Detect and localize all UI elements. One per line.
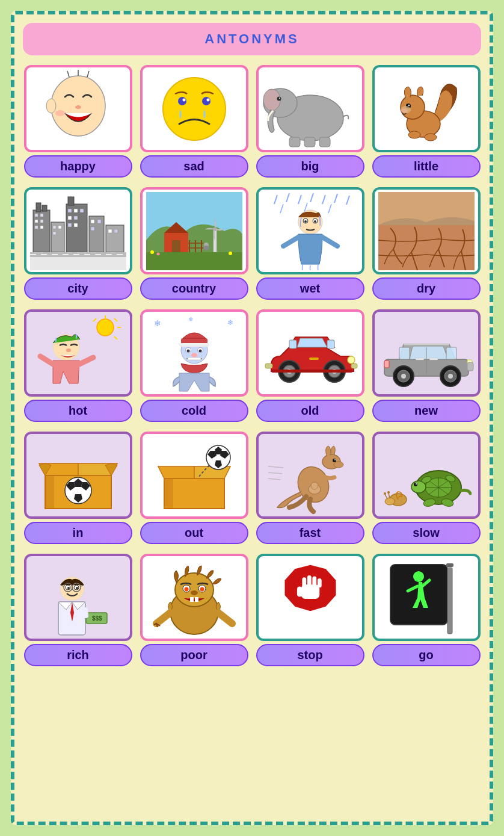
row-1: happy — [23, 65, 481, 178]
svg-rect-119 — [327, 340, 334, 348]
page-title: ANTONYMS — [204, 31, 300, 46]
svg-rect-31 — [42, 205, 47, 211]
svg-line-105 — [79, 358, 93, 364]
svg-line-181 — [385, 494, 387, 499]
svg-rect-222 — [446, 563, 453, 567]
cards-container: happy — [23, 65, 481, 667]
main-container: ANTONYMS — [11, 11, 493, 825]
svg-point-204 — [200, 587, 204, 591]
svg-point-180 — [385, 498, 395, 505]
svg-rect-221 — [447, 568, 452, 634]
label-slow: slow — [372, 522, 481, 544]
svg-rect-212 — [297, 586, 302, 596]
svg-rect-49 — [68, 223, 72, 227]
card-big: big — [255, 65, 365, 178]
svg-rect-46 — [80, 209, 84, 212]
svg-line-83 — [346, 196, 349, 205]
label-old: old — [256, 400, 364, 422]
svg-rect-140 — [384, 361, 389, 368]
svg-point-139 — [448, 374, 453, 379]
image-in — [24, 432, 132, 519]
svg-rect-18 — [304, 137, 315, 147]
svg-line-104 — [40, 356, 53, 364]
label-city: city — [24, 277, 132, 300]
svg-text:$$$: $$$ — [92, 615, 102, 622]
svg-text:❄: ❄ — [227, 318, 233, 327]
card-poor: poor — [139, 554, 249, 666]
image-hot — [24, 309, 132, 397]
svg-point-173 — [414, 483, 417, 486]
svg-point-96 — [97, 319, 114, 336]
label-rich: rich — [24, 644, 132, 666]
svg-line-93 — [322, 237, 337, 246]
card-stop: stop — [255, 554, 365, 666]
svg-line-100 — [114, 336, 117, 339]
label-dry: dry — [372, 277, 481, 300]
svg-rect-143 — [429, 358, 438, 360]
image-poor — [140, 554, 248, 641]
svg-text:❄: ❄ — [188, 316, 193, 323]
card-rich: $$$ rich — [23, 554, 133, 666]
svg-point-218 — [413, 571, 424, 582]
image-new — [372, 309, 481, 397]
svg-rect-142 — [416, 358, 424, 360]
label-big: big — [256, 155, 364, 178]
card-wet: wet — [255, 187, 365, 300]
svg-rect-45 — [74, 209, 78, 212]
svg-point-162 — [311, 482, 318, 489]
card-in: in — [23, 432, 133, 544]
label-out: out — [140, 522, 248, 544]
svg-point-126 — [348, 356, 355, 364]
svg-point-205 — [191, 590, 198, 595]
svg-rect-39 — [53, 226, 56, 229]
svg-rect-128 — [351, 364, 357, 368]
svg-line-92 — [283, 237, 298, 246]
svg-rect-116 — [188, 358, 201, 360]
svg-point-10 — [182, 98, 185, 101]
label-new: new — [372, 400, 481, 422]
svg-rect-129 — [265, 364, 272, 368]
svg-rect-47 — [68, 216, 72, 220]
svg-line-80 — [310, 193, 313, 202]
card-slow: slow — [371, 432, 481, 544]
image-slow — [372, 432, 481, 519]
card-cold: ❄ ❄ ❄ — [139, 309, 249, 422]
svg-point-203 — [184, 587, 188, 591]
svg-point-136 — [401, 374, 406, 379]
svg-point-15 — [277, 96, 281, 101]
svg-point-115 — [198, 349, 201, 352]
svg-point-76 — [203, 246, 209, 250]
svg-point-2 — [46, 99, 56, 113]
card-new: new — [371, 309, 481, 422]
svg-point-25 — [408, 131, 420, 138]
svg-line-81 — [322, 195, 325, 204]
image-wet — [256, 187, 364, 274]
svg-point-23 — [408, 104, 409, 105]
svg-rect-133 — [446, 347, 456, 359]
svg-rect-48 — [74, 216, 78, 220]
card-country: country — [139, 187, 249, 300]
title-box: ANTONYMS — [23, 23, 481, 55]
svg-rect-33 — [40, 214, 43, 217]
svg-rect-44 — [68, 209, 72, 212]
svg-rect-214 — [307, 575, 311, 586]
svg-line-98 — [114, 318, 117, 321]
card-sad: sad — [139, 65, 249, 178]
image-cold: ❄ ❄ ❄ — [140, 309, 248, 397]
svg-rect-63 — [172, 240, 180, 252]
svg-point-174 — [416, 483, 417, 485]
svg-rect-35 — [40, 220, 43, 223]
svg-point-11 — [206, 98, 209, 101]
card-fast: fast — [255, 432, 365, 544]
svg-rect-145 — [467, 362, 473, 371]
label-stop: stop — [256, 644, 364, 666]
row-5: $$$ rich — [23, 554, 481, 666]
svg-line-86 — [328, 204, 331, 213]
svg-line-82 — [334, 194, 337, 203]
label-country: country — [140, 277, 248, 300]
svg-point-184 — [387, 491, 390, 494]
svg-point-91 — [314, 220, 316, 223]
svg-point-26 — [425, 134, 437, 141]
label-fast: fast — [256, 522, 364, 544]
svg-line-84 — [280, 204, 283, 213]
